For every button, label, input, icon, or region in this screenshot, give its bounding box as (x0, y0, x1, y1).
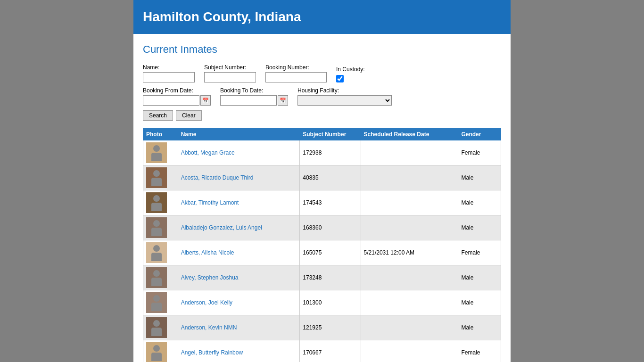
inmate-name-link[interactable]: Anderson, Joel Kelly (181, 299, 232, 306)
main-content: Current Inmates Name: Subject Number: Bo… (133, 34, 511, 362)
inmate-name-link[interactable]: Albaladejo Gonzalez, Luis Angel (181, 224, 262, 231)
booking-to-input[interactable] (220, 95, 277, 106)
gender-cell: Female (458, 340, 501, 362)
page-title: Current Inmates (143, 43, 501, 56)
clear-button[interactable]: Clear (176, 110, 202, 121)
page-header: Hamilton County, Indiana (133, 0, 511, 34)
table-row: Alvey, Stephen Joshua173248Male (143, 265, 501, 290)
gender-cell: Female (458, 140, 501, 165)
inmate-name-cell: Anderson, Joel Kelly (178, 290, 300, 315)
inmate-name-cell: Alvey, Stephen Joshua (178, 265, 300, 290)
table-header-row: Photo Name Subject Number Scheduled Rele… (143, 129, 501, 140)
inmate-name-link[interactable]: Acosta, Ricardo Duque Third (181, 174, 254, 181)
table-row: Akbar, Timothy Lamont174543Male (143, 190, 501, 215)
in-custody-group: In Custody: (336, 66, 365, 82)
inmate-name-cell: Akbar, Timothy Lamont (178, 190, 300, 215)
booking-to-calendar-button[interactable]: 📅 (278, 95, 288, 106)
table-row: Alberts, Alisha Nicole1650755/21/2031 12… (143, 240, 501, 265)
housing-facility-select[interactable] (297, 95, 392, 106)
in-custody-checkbox[interactable] (336, 75, 344, 82)
inmate-name-link[interactable]: Anderson, Kevin NMN (181, 324, 237, 331)
table-row: Anderson, Kevin NMN121925Male (143, 315, 501, 340)
subject-number-cell: 170667 (300, 340, 361, 362)
subject-number-cell: 101300 (300, 290, 361, 315)
booking-to-label: Booking To Date: (220, 87, 263, 94)
table-row: Angel, Butterfly Rainbow170667Female (143, 340, 501, 362)
inmate-photo (146, 267, 167, 288)
inmate-name-cell: Anderson, Kevin NMN (178, 315, 300, 340)
subject-number-cell: 172938 (300, 140, 361, 165)
gender-cell: Male (458, 165, 501, 190)
gender-cell: Male (458, 290, 501, 315)
table-row: Abbott, Megan Grace172938Female (143, 140, 501, 165)
inmate-photo (146, 292, 167, 313)
subject-number-label: Subject Number: (204, 64, 256, 71)
in-custody-label: In Custody: (336, 66, 365, 73)
inmate-photo (146, 142, 167, 163)
photo-cell (143, 165, 178, 190)
table-row: Anderson, Joel Kelly101300Male (143, 290, 501, 315)
subject-number-cell: 121925 (300, 315, 361, 340)
table-row: Albaladejo Gonzalez, Luis Angel168360Mal… (143, 215, 501, 240)
inmate-name-link[interactable]: Abbott, Megan Grace (181, 149, 235, 156)
booking-to-group: Booking To Date: 📅 (220, 87, 288, 106)
button-row: Search Clear (143, 110, 501, 121)
photo-cell (143, 290, 178, 315)
photo-cell (143, 140, 178, 165)
col-scheduled-release: Scheduled Release Date (361, 129, 458, 140)
subject-number-cell: 174543 (300, 190, 361, 215)
photo-cell (143, 190, 178, 215)
inmate-name-cell: Alberts, Alisha Nicole (178, 240, 300, 265)
photo-cell (143, 265, 178, 290)
inmate-name-cell: Angel, Butterfly Rainbow (178, 340, 300, 362)
subject-number-cell: 40835 (300, 165, 361, 190)
inmate-photo (146, 217, 167, 238)
results-table: Photo Name Subject Number Scheduled Rele… (143, 128, 501, 362)
inmate-photo (146, 342, 167, 362)
name-input[interactable] (143, 72, 195, 82)
booking-number-input[interactable] (265, 72, 327, 82)
inmate-photo (146, 317, 167, 338)
inmate-name-link[interactable]: Alvey, Stephen Joshua (181, 274, 239, 281)
gender-cell: Male (458, 315, 501, 340)
inmate-name-link[interactable]: Akbar, Timothy Lamont (181, 199, 239, 206)
subject-number-cell: 165075 (300, 240, 361, 265)
table-body: Abbott, Megan Grace172938FemaleAcosta, R… (143, 140, 501, 362)
scheduled-release-cell (361, 140, 458, 165)
subject-number-cell: 168360 (300, 215, 361, 240)
inmate-name-cell: Abbott, Megan Grace (178, 140, 300, 165)
col-photo: Photo (143, 129, 178, 140)
scheduled-release-cell (361, 215, 458, 240)
form-row-1: Name: Subject Number: Booking Number: In… (143, 64, 501, 82)
housing-facility-group: Housing Facility: (297, 87, 392, 106)
scheduled-release-cell (361, 340, 458, 362)
gender-cell: Male (458, 265, 501, 290)
booking-from-input[interactable] (143, 95, 199, 106)
search-form: Name: Subject Number: Booking Number: In… (143, 64, 501, 106)
booking-from-group: Booking From Date: 📅 (143, 87, 211, 106)
inmate-name-link[interactable]: Angel, Butterfly Rainbow (181, 349, 243, 356)
photo-cell (143, 240, 178, 265)
inmate-name-cell: Albaladejo Gonzalez, Luis Angel (178, 215, 300, 240)
booking-from-calendar-button[interactable]: 📅 (200, 95, 211, 106)
col-name: Name (178, 129, 300, 140)
gender-cell: Male (458, 190, 501, 215)
inmate-photo (146, 167, 167, 188)
inmate-photo (146, 242, 167, 263)
scheduled-release-cell (361, 290, 458, 315)
subject-number-group: Subject Number: (204, 64, 256, 82)
name-label: Name: (143, 64, 195, 71)
search-button[interactable]: Search (143, 110, 173, 121)
booking-from-label: Booking From Date: (143, 87, 193, 94)
inmate-photo (146, 192, 167, 213)
name-group: Name: (143, 64, 195, 82)
booking-to-wrap: 📅 (220, 95, 288, 106)
booking-from-wrap: 📅 (143, 95, 211, 106)
subject-number-input[interactable] (204, 72, 256, 82)
photo-cell (143, 340, 178, 362)
scheduled-release-cell (361, 165, 458, 190)
photo-cell (143, 315, 178, 340)
inmate-name-link[interactable]: Alberts, Alisha Nicole (181, 249, 234, 256)
col-gender: Gender (458, 129, 501, 140)
booking-number-label: Booking Number: (265, 64, 327, 71)
